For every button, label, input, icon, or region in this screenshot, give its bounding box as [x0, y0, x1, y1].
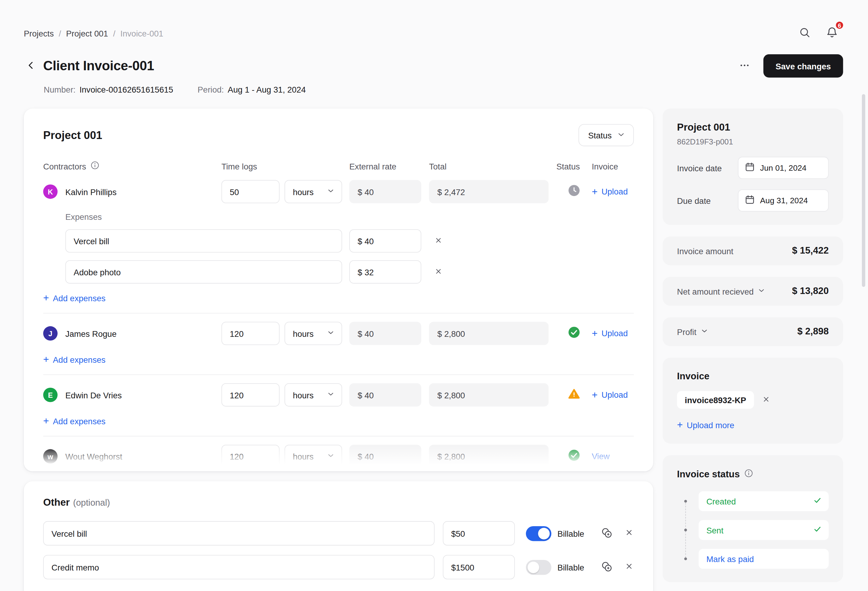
- plus-icon: +: [592, 390, 597, 399]
- remove-line-button[interactable]: [625, 562, 633, 572]
- page: Projects / Project 001 / Invoice-001 6: [0, 0, 868, 591]
- topbar: Projects / Project 001 / Invoice-001 6: [0, 0, 868, 43]
- invoice-date-picker[interactable]: Jun 01, 2024: [738, 157, 828, 179]
- mark-as-paid-button[interactable]: Mark as paid: [698, 549, 829, 569]
- billable-label: Billable: [558, 529, 585, 538]
- check-icon: [813, 525, 822, 535]
- step-created: Created: [698, 491, 829, 511]
- add-expenses-button[interactable]: + Add expenses: [43, 355, 105, 365]
- plus-icon: +: [43, 355, 49, 365]
- chevron-down-icon: [700, 327, 709, 337]
- chevron-down-icon: [327, 390, 335, 400]
- add-expenses-label: Add expenses: [53, 293, 105, 303]
- profit-toggle[interactable]: Profit: [677, 327, 709, 337]
- upload-label: Upload: [602, 187, 628, 196]
- split-cost-button[interactable]: [601, 560, 613, 574]
- profit-card: Profit $ 2,898: [663, 317, 843, 346]
- unit-value: hours: [293, 187, 314, 196]
- external-rate-input: [349, 180, 421, 203]
- chevron-down-icon: [327, 451, 335, 461]
- plus-icon: +: [43, 416, 49, 426]
- split-cost-button[interactable]: [601, 526, 613, 540]
- expense-amount-input[interactable]: [349, 260, 421, 284]
- line-amount-input[interactable]: [443, 555, 515, 579]
- sidebar: Project 001 862D19F3-p001 Invoice date J…: [663, 109, 843, 582]
- topbar-actions: 6: [795, 24, 841, 43]
- expense-name-input[interactable]: [65, 229, 342, 253]
- close-icon: [625, 562, 633, 572]
- save-changes-button[interactable]: Save changes: [763, 54, 843, 77]
- column-time-logs: Time logs: [221, 161, 349, 171]
- invoice-number-value: Invoice-00162651615615: [80, 85, 173, 94]
- net-amount-toggle[interactable]: Net amount recieved: [677, 287, 766, 296]
- upload-invoice-button[interactable]: + Upload: [592, 186, 628, 196]
- remove-expense-button[interactable]: [435, 236, 443, 245]
- chevron-down-icon: [757, 287, 766, 296]
- upload-label: Upload: [602, 328, 628, 338]
- unit-select[interactable]: hours: [285, 322, 342, 345]
- remove-expense-button[interactable]: [435, 267, 443, 276]
- status-done-icon: [567, 449, 581, 464]
- billable-toggle[interactable]: Billable: [526, 526, 585, 541]
- net-amount-card: Net amount recieved $ 13,820: [663, 277, 843, 306]
- avatar: K: [43, 185, 58, 199]
- other-line: Billable: [43, 521, 634, 545]
- unit-select[interactable]: hours: [285, 445, 342, 468]
- plus-icon: +: [592, 328, 597, 338]
- other-title-text: Other: [43, 497, 69, 508]
- sidebar-project-title: Project 001: [677, 122, 828, 134]
- add-expenses-button[interactable]: + Add expenses: [43, 293, 105, 303]
- remove-line-button[interactable]: [625, 528, 633, 538]
- remove-invoice-file-button[interactable]: [762, 395, 770, 405]
- breadcrumb-projects[interactable]: Projects: [24, 29, 54, 38]
- other-title-note: (optional): [73, 498, 110, 507]
- time-input[interactable]: [221, 383, 280, 406]
- external-rate-input: [349, 383, 421, 406]
- line-amount-input[interactable]: [443, 521, 515, 545]
- unit-select[interactable]: hours: [285, 383, 342, 406]
- upload-invoice-button[interactable]: + Upload: [592, 390, 628, 399]
- expense-amount-input[interactable]: [349, 229, 421, 253]
- billable-toggle[interactable]: Billable: [526, 560, 585, 575]
- line-name-input[interactable]: [43, 555, 435, 579]
- view-label: View: [592, 451, 610, 461]
- plus-icon: +: [43, 293, 49, 303]
- upload-invoice-button[interactable]: + Upload: [592, 328, 628, 338]
- back-button[interactable]: [24, 59, 38, 73]
- step-sent: Sent: [698, 520, 829, 540]
- view-invoice-button[interactable]: View: [592, 451, 610, 461]
- info-icon[interactable]: [90, 161, 99, 172]
- expense-name-input[interactable]: [65, 260, 342, 284]
- invoice-date-value: Jun 01, 2024: [760, 163, 806, 172]
- due-date-picker[interactable]: Aug 31, 2024: [738, 189, 828, 211]
- status-done-icon: [567, 326, 581, 341]
- column-total: Total: [429, 161, 556, 171]
- upload-more-button[interactable]: + Upload more: [677, 420, 734, 430]
- more-options-button[interactable]: [735, 56, 754, 76]
- notifications-button[interactable]: 6: [822, 24, 841, 43]
- contractor-name: Kalvin Phillips: [65, 187, 117, 196]
- line-name-input[interactable]: [43, 521, 435, 545]
- chevron-down-icon: [327, 328, 335, 338]
- page-scrollbar[interactable]: [862, 94, 865, 287]
- time-input[interactable]: [221, 445, 280, 468]
- invoice-meta: Number: Invoice-00162651615615 Period: A…: [0, 77, 868, 94]
- step-created-label: Created: [706, 496, 736, 506]
- close-icon: [435, 236, 443, 245]
- breadcrumb-separator: /: [59, 29, 61, 38]
- breadcrumb-project-001[interactable]: Project 001: [66, 29, 108, 38]
- breadcrumb-invoice-001: Invoice-001: [120, 29, 163, 38]
- time-input[interactable]: [221, 322, 280, 345]
- invoice-file-chip[interactable]: invoice8932-KP: [677, 391, 754, 409]
- total-input: [429, 180, 549, 203]
- unit-value: hours: [293, 390, 314, 399]
- close-icon: [762, 395, 770, 405]
- status-dropdown[interactable]: Status: [579, 124, 634, 146]
- add-expenses-button[interactable]: + Add expenses: [43, 416, 105, 426]
- info-icon[interactable]: [744, 468, 753, 480]
- time-input[interactable]: [221, 180, 280, 203]
- add-expenses-label: Add expenses: [53, 416, 105, 426]
- avatar: w: [43, 449, 58, 464]
- unit-select[interactable]: hours: [285, 180, 342, 203]
- search-button[interactable]: [795, 24, 814, 43]
